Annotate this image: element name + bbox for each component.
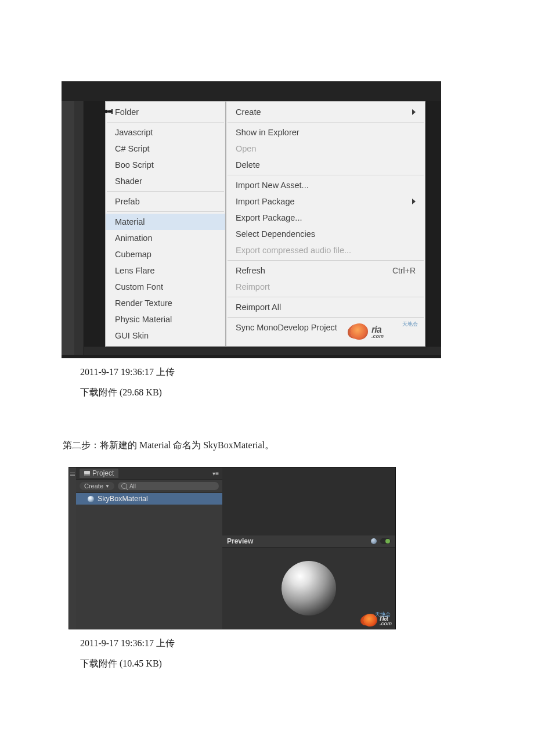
- hamburger-icon: [70, 472, 75, 477]
- submenu-item-rendertexture[interactable]: Render Texture: [106, 295, 225, 311]
- project-panel: Project ▾≡ Create▼ All SkyBoxMaterial: [76, 467, 222, 629]
- menu-refresh-shortcut: Ctrl+R: [392, 265, 416, 276]
- submenu-item-animation[interactable]: Animation: [106, 230, 225, 246]
- submenu-item-folder[interactable]: Folder: [106, 104, 225, 120]
- panel-gutter: [69, 467, 76, 629]
- svg-rect-1: [108, 110, 111, 113]
- material-preview-sphere: [282, 561, 336, 615]
- create-dropdown-button[interactable]: Create▼: [80, 482, 114, 490]
- preview-header: Preview: [222, 535, 395, 548]
- tab-options-icon[interactable]: ▾≡: [212, 470, 219, 477]
- preview-light-toggle[interactable]: [380, 538, 391, 544]
- menu-create[interactable]: Create: [226, 104, 425, 120]
- preview-viewport: 天地会 ria.com: [222, 548, 395, 629]
- menu-import-package[interactable]: Import Package: [226, 193, 425, 210]
- menu-import-new-asset[interactable]: Import New Asset...: [226, 177, 425, 193]
- submenu-item-physicmaterial[interactable]: Physic Material: [106, 311, 225, 327]
- inspector-empty-area: [222, 467, 395, 535]
- watermark-ria: 天地会 ria.com: [351, 322, 420, 341]
- transform-gizmo-icon: [103, 105, 116, 118]
- download-attachment-link-1[interactable]: 下载附件 (29.68 KB): [80, 387, 476, 399]
- svg-rect-2: [111, 109, 113, 114]
- menu-export-package[interactable]: Export Package...: [226, 210, 425, 226]
- preview-label: Preview: [227, 537, 253, 545]
- submenu-item-boo[interactable]: Boo Script: [106, 157, 225, 173]
- submenu-item-csharp[interactable]: C# Script: [106, 141, 225, 157]
- caption-upload-time-2: 2011-9-17 19:36:17 上传: [80, 638, 476, 650]
- create-submenu: Folder Javascript C# Script Boo Script S…: [105, 101, 226, 347]
- submenu-item-shader[interactable]: Shader: [106, 173, 225, 189]
- menu-refresh[interactable]: Refresh Ctrl+R: [226, 262, 425, 279]
- project-tab-icon: [84, 471, 90, 476]
- material-icon: [88, 496, 94, 502]
- submenu-item-guiskin[interactable]: GUI Skin: [106, 327, 225, 344]
- screenshot-unity-context-menu: Folder Javascript C# Script Boo Script S…: [62, 81, 441, 358]
- menu-open: Open: [226, 141, 425, 157]
- submenu-item-cubemap[interactable]: Cubemap: [106, 246, 225, 262]
- svg-point-0: [104, 110, 108, 113]
- menu-delete[interactable]: Delete: [226, 157, 425, 173]
- submenu-item-javascript[interactable]: Javascript: [106, 124, 225, 141]
- submenu-item-customfont[interactable]: Custom Font: [106, 279, 225, 295]
- submenu-item-lensflare[interactable]: Lens Flare: [106, 262, 225, 279]
- submenu-arrow-icon: [412, 109, 416, 115]
- screenshot-unity-project-panel: Project ▾≡ Create▼ All SkyBoxMaterial: [68, 467, 396, 629]
- menu-export-audio: Export compressed audio file...: [226, 242, 425, 258]
- submenu-item-prefab[interactable]: Prefab: [106, 193, 225, 210]
- project-tab[interactable]: Project: [80, 469, 118, 478]
- submenu-arrow-icon: [412, 199, 416, 204]
- menu-reimport-all[interactable]: Reimport All: [226, 299, 425, 315]
- preview-sphere-icon[interactable]: [371, 538, 377, 544]
- caption-upload-time-1: 2011-9-17 19:36:17 上传: [80, 366, 476, 379]
- assets-context-menu: Create Show in Explorer Open Delete Impo…: [226, 101, 425, 347]
- swirl-icon: [351, 323, 368, 340]
- submenu-item-material[interactable]: Material: [106, 214, 225, 230]
- project-search-input[interactable]: All: [118, 482, 219, 490]
- menu-reimport: Reimport: [226, 279, 425, 295]
- menu-show-in-explorer[interactable]: Show in Explorer: [226, 124, 425, 141]
- search-icon: [121, 483, 127, 489]
- project-item-skyboxmaterial[interactable]: SkyBoxMaterial: [76, 493, 222, 505]
- menu-select-dependencies[interactable]: Select Dependencies: [226, 226, 425, 242]
- watermark-ria: 天地会 ria.com: [363, 613, 392, 627]
- step2-text: 第二步：将新建的 Material 命名为 SkyBoxMaterial。: [63, 440, 476, 452]
- download-attachment-link-2[interactable]: 下载附件 (10.45 KB): [80, 658, 476, 670]
